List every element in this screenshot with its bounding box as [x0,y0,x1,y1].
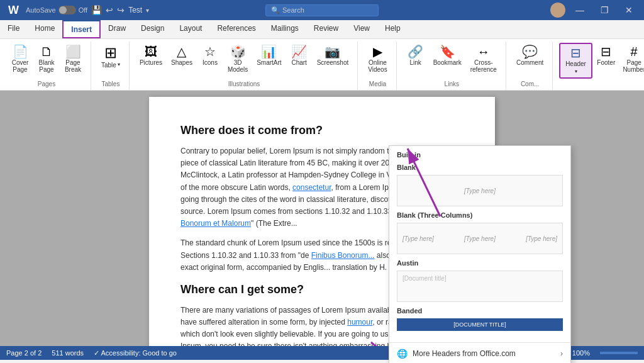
page-break-button[interactable]: ⬜ PageBreak [60,43,86,75]
smartart-button[interactable]: 📊 SmartArt [253,43,285,69]
comments-items: 💬 Comment [513,43,547,79]
blank-3col-placeholder3: [Type here] [526,235,557,242]
cover-page-button[interactable]: 📄 CoverPage [8,43,33,75]
accessibility-status: ✓ Accessibility: Good to go [94,349,177,357]
shapes-button[interactable]: △ Shapes [167,43,196,69]
autosave-toggle[interactable] [58,6,76,14]
pictures-label: Pictures [140,59,162,66]
tab-file[interactable]: File [0,20,27,38]
save-icon[interactable]: 💾 [91,5,102,15]
link-button[interactable]: 🔗 Link [403,43,428,69]
dropdown-icon[interactable]: ▾ [146,7,149,14]
ribbon-group-links: 🔗 Link 🔖 Bookmark ↔ Cross-reference Link… [398,42,506,90]
word-count: 511 words [52,349,84,357]
tab-mailings[interactable]: Mailings [264,20,306,38]
shapes-icon: △ [177,45,186,58]
accessibility-icon: ✓ [94,349,99,357]
ribbon-group-tables: ⊞ Table ▾ Tables [92,42,130,90]
dropdown-banded-label: Banded [389,304,570,316]
tab-draw[interactable]: Draw [101,20,133,38]
minimize-button[interactable]: — [569,4,591,16]
3d-models-button[interactable]: 🎲 3DModels [224,43,252,75]
footer-button[interactable]: ⊟ Footer [594,43,619,69]
dropdown-divider [389,342,570,343]
cover-page-icon: 📄 [13,45,28,58]
links-items: 🔗 Link 🔖 Bookmark ↔ Cross-reference [403,43,501,79]
more-headers-item[interactable]: 🌐 More Headers from Office.com › [389,345,570,362]
comment-button[interactable]: 💬 Comment [513,43,547,69]
online-videos-button[interactable]: ▶ OnlineVideos [364,43,391,75]
comments-group-label: Com... [513,79,547,87]
autosave-control: AutoSave Off [26,6,87,14]
ribbon-group-pages: 📄 CoverPage 🗋 BlankPage ⬜ PageBreak Page… [3,42,91,90]
pictures-button[interactable]: 🖼 Pictures [136,43,166,69]
page-number-button[interactable]: # PageNumber [620,43,644,75]
filename: Test [128,6,142,14]
main-area: Where does it come from? Contrary to pop… [0,91,644,346]
avatar[interactable] [550,3,565,18]
undo-icon[interactable]: ↩ [106,5,113,15]
more-headers-label: More Headers from Office.com [413,349,516,358]
bookmark-button[interactable]: 🔖 Bookmark [430,43,465,69]
title-bar-right: — ❐ ✕ [480,3,639,18]
illustrations-items: 🖼 Pictures △ Shapes ☆ Icons 🎲 3DModels 📊… [136,43,352,79]
tab-references[interactable]: References [209,20,263,38]
page-info: Page 2 of 2 [6,349,42,357]
dropdown-austin-preview[interactable]: [Document title] [397,271,563,302]
blank-3col-placeholder1: [Type here] [402,235,434,242]
tab-review[interactable]: Review [306,20,346,38]
humour-link[interactable]: humour [347,318,372,327]
header-label: Header ▾ [564,60,587,75]
header-dropdown: Built-in Blank [Type here] Blank (Three … [389,145,571,363]
tab-view[interactable]: View [346,20,377,38]
consectetur-link[interactable]: consectetur [292,183,331,192]
restore-button[interactable]: ❐ [594,4,615,16]
dropdown-banded-preview[interactable]: [DOCUMENT TITLE] [397,318,563,337]
screenshot-button[interactable]: 📷 Screenshot [313,43,353,69]
title-bar-left: W AutoSave Off 💾 ↩ ↪ Test ▾ [5,3,164,18]
illustrations-group-label: Illustrations [136,79,352,87]
cross-reference-icon: ↔ [477,45,490,58]
pages-items: 📄 CoverPage 🗋 BlankPage ⬜ PageBreak [8,43,86,79]
tab-design[interactable]: Design [133,20,172,38]
finibus-link2[interactable]: Finibus Bonorum... [311,251,375,260]
tables-group-label: Tables [97,79,124,87]
dropdown-blank-three-col-preview[interactable]: [Type here] [Type here] [Type here] [397,223,563,254]
blank-3col-content: [Type here] [Type here] [Type here] [397,233,562,245]
chart-icon: 📈 [291,45,307,58]
tab-layout[interactable]: Layout [172,20,209,38]
header-button[interactable]: ⊟ Header ▾ [559,43,592,79]
links-group-label: Links [403,79,501,87]
chart-button[interactable]: 📈 Chart [287,43,312,69]
chart-label: Chart [291,59,306,66]
bookmark-label: Bookmark [433,59,462,66]
tab-insert[interactable]: Insert [62,20,101,38]
ribbon-group-comments: 💬 Comment Com... [508,42,553,90]
more-headers-icon: 🌐 [397,349,408,359]
tab-help[interactable]: Help [377,20,408,38]
title-search-box[interactable]: 🔍 Search [265,4,379,16]
pages-group-label: Pages [8,79,86,87]
blank-page-button[interactable]: 🗋 BlankPage [34,43,59,75]
blank-page-label: BlankPage [38,59,54,73]
3d-models-label: 3DModels [228,59,248,73]
search-placeholder: Search [282,6,304,14]
link-icon: 🔗 [408,45,423,58]
online-videos-label: OnlineVideos [368,59,387,73]
online-videos-icon: ▶ [373,45,382,58]
table-button[interactable]: ⊞ Table ▾ [97,43,124,71]
screenshot-label: Screenshot [317,59,349,66]
more-headers-arrow: › [560,349,563,358]
smartart-icon: 📊 [261,45,277,58]
3d-models-icon: 🎲 [230,45,246,58]
close-button[interactable]: ✕ [619,4,639,16]
zoom-slider[interactable] [600,352,638,354]
shapes-label: Shapes [171,59,192,66]
header-footer-group-label [559,86,644,87]
dropdown-blank-preview[interactable]: [Type here] [397,175,563,206]
redo-icon[interactable]: ↪ [117,5,125,15]
tab-home[interactable]: Home [27,20,62,38]
icons-button[interactable]: ☆ Icons [197,43,223,69]
search-icon: 🔍 [271,6,280,14]
cross-reference-button[interactable]: ↔ Cross-reference [467,43,501,75]
